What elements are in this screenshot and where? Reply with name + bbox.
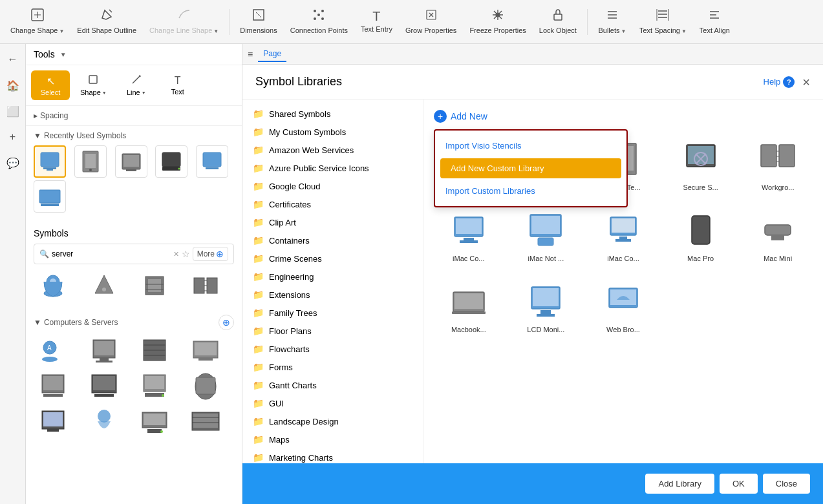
lib-item-7[interactable]: 📁 Containers [242,231,423,249]
spacing-header[interactable]: ▶ Spacing [34,111,234,120]
more-label: More [197,249,215,258]
text-spacing-button[interactable]: Text Spacing ▼ [634,3,692,41]
freeze-properties-button[interactable]: Freeze Properties [464,3,531,41]
recent-symbol-3[interactable] [155,145,187,178]
computer-symbol-10[interactable] [135,405,174,437]
lib-item-10[interactable]: 📁 Extensions [242,286,423,304]
computer-symbol-8[interactable] [34,405,72,437]
folder-icon-9: 📁 [253,271,264,282]
sym-cell-6[interactable]: iMac Not ... [511,204,581,268]
close-footer-button[interactable]: Close [763,474,810,494]
import-custom-libraries-item[interactable]: Import Custom Libraries [435,181,626,201]
select-tool-button[interactable]: ↖ Select [31,70,70,100]
computer-symbol-7[interactable] [186,370,225,403]
add-computers-button[interactable]: ⊕ [219,315,234,330]
add-custom-library-item[interactable]: Add New Custom Library [440,158,621,178]
svg-rect-65 [43,376,63,390]
server-symbol-2[interactable] [135,269,174,302]
lib-item-13[interactable]: 📁 Flowcharts [242,340,423,358]
computer-symbol-4[interactable] [34,370,72,403]
chat-icon[interactable]: 💬 [3,152,23,173]
star-icon[interactable]: ☆ [182,249,190,259]
import-visio-item[interactable]: Import Visio Stencils [435,136,626,156]
recent-symbol-4[interactable] [196,145,228,178]
modal-close-button[interactable]: × [802,76,810,89]
canvas-content[interactable]: Symbol Libraries Help ? × 📁 S [242,65,823,504]
lib-item-15[interactable]: 📁 Gantt Charts [242,376,423,394]
clear-search-button[interactable]: × [173,249,178,259]
back-button[interactable]: ← [3,49,23,70]
shapes-icon[interactable]: ⬜ [3,101,23,121]
edit-shape-outline-button[interactable]: Edit Shape Outline [72,3,142,41]
computer-symbol-2[interactable] [135,335,174,368]
sym-cell-12[interactable]: Web Bro... [588,275,658,339]
sym-cell-7[interactable]: iMac Co... [588,204,658,268]
sym-cell-10[interactable]: Macbook... [434,275,504,339]
sym-cell-9[interactable]: Mac Mini [743,204,813,268]
computer-symbol-11[interactable] [186,405,225,437]
list-icon[interactable]: ≡ [248,49,253,59]
more-button[interactable]: More ⊕ [193,247,228,261]
computer-symbol-3[interactable] [186,335,225,368]
lib-label-15: Gantt Charts [269,381,317,390]
text-entry-button[interactable]: T Text Entry [356,3,398,41]
line-tool-button[interactable]: Line ▼ [117,70,156,100]
server-symbol-3[interactable] [186,269,225,302]
grow-properties-button[interactable]: Grow Properties [400,3,462,41]
search-input[interactable] [52,249,171,258]
ok-button[interactable]: OK [720,474,758,494]
lib-item-18[interactable]: 📁 Maps [242,430,423,448]
change-line-shape-button[interactable]: Change Line Shape ▼ [144,3,224,41]
lib-item-9[interactable]: 📁 Engineering [242,268,423,286]
server-symbol-1[interactable] [85,269,123,302]
recent-symbol-2[interactable] [115,145,147,178]
computer-symbol-1[interactable] [85,335,123,368]
recent-symbol-0[interactable] [34,145,66,178]
svg-point-5 [321,10,324,12]
bullets-button[interactable]: Bullets ▼ [593,3,632,41]
sym-cell-5[interactable]: iMac Co... [434,204,504,268]
connection-points-button[interactable]: Connection Points [285,3,353,41]
text-tool-button[interactable]: T Text [158,70,197,100]
lib-item-4[interactable]: 📁 Google Cloud [242,177,423,195]
sym-cell-11[interactable]: LCD Moni... [511,275,581,339]
change-shape-button[interactable]: Change Shape ▼ [5,3,69,41]
lib-item-0[interactable]: 📁 Shared Symbols [242,105,423,123]
computer-symbol-0[interactable]: A [34,335,72,368]
canvas-tab-page[interactable]: Page [258,47,286,62]
recently-used-header[interactable]: ▼ Recently Used Symbols [34,131,234,140]
dimensions-button[interactable]: Dimensions [235,3,282,41]
lib-item-8[interactable]: 📁 Crime Scenes [242,249,423,268]
sym-cell-8[interactable]: Mac Pro [666,204,736,268]
sym-cell-3[interactable]: Secure S... [666,133,736,196]
modal-body: 📁 Shared Symbols 📁 My Custom Symbols 📁 A… [242,100,823,463]
home-icon[interactable]: 🏠 [3,75,23,96]
computer-symbol-9[interactable] [85,405,123,437]
lib-item-11[interactable]: 📁 Family Trees [242,304,423,322]
lib-item-5[interactable]: 📁 Certificates [242,195,423,213]
lib-item-17[interactable]: 📁 Landscape Design [242,412,423,430]
text-align-button[interactable]: Text Align [694,3,735,41]
add-icon[interactable]: + [3,127,23,147]
modal-title: Symbol Libraries [255,75,342,89]
computer-symbol-6[interactable] [135,370,174,403]
computers-title[interactable]: ▼ Computers & Servers [34,318,118,327]
lib-item-6[interactable]: 📁 Clip Art [242,213,423,231]
recent-symbol-1[interactable] [74,145,107,178]
recent-symbol-5[interactable] [34,180,66,213]
lib-item-16[interactable]: 📁 GUI [242,394,423,412]
lib-item-2[interactable]: 📁 Amazon Web Services [242,141,423,159]
sym-cell-4[interactable]: Workgro... [743,133,813,196]
lib-item-12[interactable]: 📁 Floor Plans [242,322,423,340]
server-symbol-0[interactable] [34,269,72,302]
lock-object-button[interactable]: Lock Object [534,3,582,41]
add-new-button[interactable]: + Add New [434,110,487,123]
help-button[interactable]: Help ? [764,76,795,88]
lib-item-19[interactable]: 📁 Marketing Charts [242,448,423,463]
lib-item-14[interactable]: 📁 Forms [242,358,423,376]
shape-tool-button[interactable]: Shape ▼ [72,70,114,100]
lib-item-1[interactable]: 📁 My Custom Symbols [242,123,423,141]
add-library-button[interactable]: Add Library [645,474,714,494]
computer-symbol-5[interactable] [85,370,123,403]
lib-item-3[interactable]: 📁 Azure Public Service Icons [242,159,423,177]
